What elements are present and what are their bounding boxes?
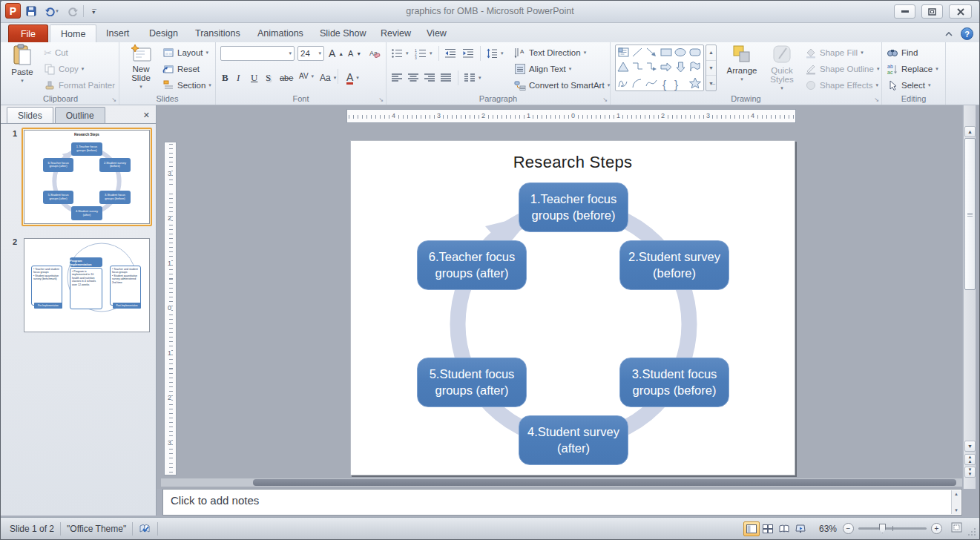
character-spacing-button[interactable]: AV▾ <box>299 69 314 84</box>
bullets-button[interactable]: ▾ <box>391 46 409 61</box>
resize-grip-icon[interactable] <box>967 527 976 536</box>
cut-button[interactable]: ✂Cut <box>44 45 68 60</box>
slide-sorter-view-button[interactable] <box>760 521 776 536</box>
ribbon-tab-bar: File Home Insert Design Transitions Anim… <box>1 23 979 42</box>
tab-transitions[interactable]: Transitions <box>185 24 251 42</box>
paste-button[interactable]: Paste▾ <box>5 44 39 94</box>
previous-slide-button[interactable]: ▲▲ <box>964 454 976 465</box>
cycle-box-2[interactable]: 2.Student survey (before) <box>619 240 729 290</box>
tab-insert[interactable]: Insert <box>96 24 139 42</box>
cycle-box-3[interactable]: 3.Student focus groups (before) <box>619 358 729 407</box>
layout-button[interactable]: Layout▾ <box>162 45 208 60</box>
tab-animations[interactable]: Animations <box>247 24 314 42</box>
tab-home[interactable]: Home <box>50 24 96 42</box>
cycle-box-6[interactable]: 6.Teacher focus groups (after) <box>417 240 527 290</box>
scroll-down-icon[interactable]: ▼ <box>964 441 976 452</box>
clipboard-dialog-launcher-icon[interactable]: ↘ <box>111 96 116 103</box>
reset-button[interactable]: Reset <box>162 62 200 76</box>
select-button[interactable]: Select▾ <box>887 78 930 93</box>
help-button[interactable]: ? <box>961 27 973 40</box>
spellcheck-icon[interactable] <box>139 523 151 535</box>
notes-scroll-down-icon[interactable]: ▼ <box>954 508 958 513</box>
paragraph-dialog-launcher-icon[interactable]: ↘ <box>602 96 608 103</box>
font-color-button[interactable]: A▾ <box>346 70 359 85</box>
zoom-out-button[interactable]: − <box>843 523 854 534</box>
convert-to-smartart-button[interactable]: Convert to SmartArt▾ <box>514 78 610 93</box>
clipboard-group-label: Clipboard <box>2 94 119 103</box>
clear-formatting-button[interactable]: Aa <box>369 46 381 61</box>
justify-button[interactable] <box>440 70 452 85</box>
tab-slide-show[interactable]: Slide Show <box>309 24 377 42</box>
tab-review[interactable]: Review <box>370 24 421 42</box>
new-slide-button[interactable]: New Slide▾ <box>122 44 160 94</box>
decrease-font-size-button[interactable]: A▼ <box>348 46 361 61</box>
tab-design[interactable]: Design <box>139 24 188 42</box>
increase-font-size-button[interactable]: A▲ <box>329 46 343 61</box>
notes-scroll-up-icon[interactable]: ▲ <box>954 492 958 496</box>
copy-button[interactable]: Copy▾ <box>44 62 84 76</box>
minimize-button[interactable] <box>894 4 915 19</box>
panel-close-icon[interactable]: ✕ <box>143 111 150 120</box>
italic-button[interactable]: I <box>237 70 240 85</box>
close-button[interactable] <box>949 4 972 19</box>
text-shadow-button[interactable]: S <box>266 70 271 85</box>
shape-effects-button[interactable]: Shape Effects▾ <box>805 78 878 93</box>
scroll-up-icon[interactable]: ▲ <box>964 126 976 137</box>
align-left-button[interactable] <box>391 70 403 85</box>
replace-button[interactable]: abac Replace▾ <box>887 62 938 76</box>
slide-thumbnail-1[interactable]: 1 Research Steps 1.Teacher focus groups … <box>4 128 152 226</box>
find-button[interactable]: Find <box>887 45 918 60</box>
align-center-button[interactable] <box>407 70 419 85</box>
horizontal-scrollbar-thumb[interactable] <box>253 479 956 486</box>
increase-indent-button[interactable] <box>462 46 474 61</box>
strikethrough-button[interactable]: abe <box>280 70 293 85</box>
change-case-button[interactable]: Aa▾ <box>320 70 336 85</box>
tab-file[interactable]: File <box>8 24 48 42</box>
normal-view-button[interactable] <box>743 521 760 536</box>
align-right-button[interactable] <box>424 70 435 85</box>
decrease-indent-button[interactable] <box>444 46 456 61</box>
tab-outline[interactable]: Outline <box>55 107 105 123</box>
zoom-slider[interactable] <box>858 527 927 530</box>
zoom-in-button[interactable]: + <box>931 523 942 534</box>
drawing-dialog-launcher-icon[interactable]: ↘ <box>874 96 879 103</box>
numbering-button[interactable]: 123▾ <box>415 46 433 61</box>
fit-slide-to-window-button[interactable] <box>951 522 962 535</box>
arrange-button[interactable]: Arrange▾ <box>722 44 762 94</box>
shape-outline-button[interactable]: Shape Outline▾ <box>805 62 879 76</box>
cycle-box-5[interactable]: 5.Student focus groups (after) <box>417 358 527 407</box>
align-text-button[interactable]: Align Text▾ <box>514 62 571 76</box>
shape-fill-button[interactable]: Shape Fill▾ <box>805 45 864 60</box>
format-painter-button[interactable]: Format Painter <box>44 78 115 93</box>
slide-thumbnail-2[interactable]: 2 • Teacher and student focus groups • S… <box>4 236 152 332</box>
quick-styles-button[interactable]: Quick Styles▾ <box>763 44 800 94</box>
cycle-box-1[interactable]: 1.Teacher focus groups (before) <box>519 182 628 232</box>
font-dialog-launcher-icon[interactable]: ↘ <box>378 96 384 103</box>
reading-view-button[interactable] <box>776 521 792 536</box>
font-size-combobox[interactable]: 24▾ <box>297 46 324 61</box>
zoom-level[interactable]: 63% <box>819 524 837 534</box>
tab-view[interactable]: View <box>416 24 457 42</box>
line-spacing-button[interactable]: ▾ <box>486 46 504 61</box>
vertical-scrollbar-thumb[interactable] <box>964 138 976 290</box>
columns-button[interactable]: ▾ <box>464 70 481 85</box>
zoom-slider-thumb[interactable] <box>879 524 886 533</box>
shape-gallery-more-icon[interactable]: ▼̶ <box>706 76 716 90</box>
next-slide-button[interactable]: ▼▼ <box>964 467 976 478</box>
section-button[interactable]: Section▾ <box>162 78 211 93</box>
shape-gallery-down-icon[interactable]: ▼ <box>706 61 716 76</box>
restore-button[interactable] <box>921 4 943 19</box>
theme-indicator[interactable]: "Office Theme" <box>67 524 126 534</box>
notes-pane[interactable]: Click to add notes ▲ ▼ <box>162 489 962 516</box>
collapse-ribbon-icon[interactable] <box>944 31 953 37</box>
slide-show-button[interactable] <box>792 521 809 536</box>
bold-button[interactable]: B <box>222 70 228 85</box>
font-name-combobox[interactable]: ▾ <box>220 46 295 61</box>
tab-slides[interactable]: Slides <box>7 107 53 123</box>
shape-gallery-up-icon[interactable]: ▲ <box>706 45 716 61</box>
text-direction-button[interactable]: A Text Direction▾ <box>514 45 586 60</box>
underline-button[interactable]: U <box>251 70 257 85</box>
shape-gallery[interactable]: { } <box>615 45 704 91</box>
cycle-box-4[interactable]: 4.Student survey (after) <box>519 415 628 465</box>
slide-canvas[interactable]: Research Steps 1.Teacher focus groups (b… <box>350 140 795 475</box>
